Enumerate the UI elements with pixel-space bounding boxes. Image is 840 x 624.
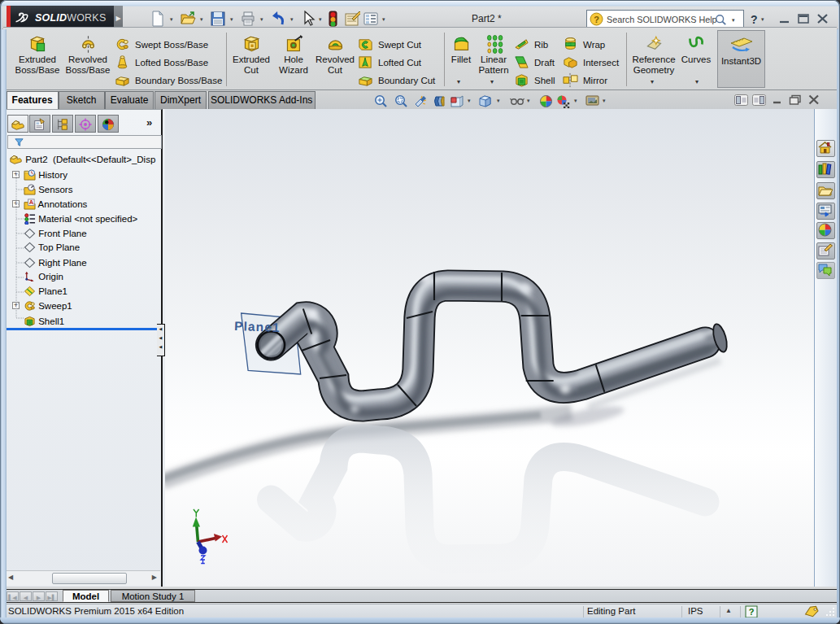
svg-text:?: ? bbox=[749, 607, 755, 617]
svg-text:?: ? bbox=[594, 15, 599, 24]
svg-text:CD: CD bbox=[568, 43, 572, 46]
svg-text:Plane1: Plane1 bbox=[234, 319, 281, 334]
